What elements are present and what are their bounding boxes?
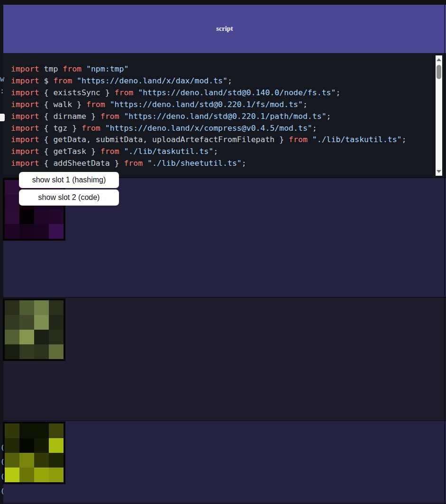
heatmap-cell: [49, 209, 64, 224]
heatmap-cell: [5, 330, 19, 344]
heatmap-cell: [34, 453, 49, 468]
page-top-edge: [0, 0, 446, 5]
left-edge-text-fragment: :: [0, 87, 4, 95]
heatmap-cell: [5, 300, 19, 315]
heatmap-cell: [5, 438, 19, 453]
heatmap-cell: [5, 423, 19, 438]
code-line: import { walk } from "https://deno.land/…: [11, 99, 406, 111]
heatmap-cell: [19, 315, 34, 330]
left-edge-text-fragment: w: [0, 75, 4, 83]
heatmap-cell: [19, 423, 34, 438]
heatmap-cell: [49, 315, 64, 330]
heatmap-cell: [34, 344, 49, 359]
code-line: import { addSheetData } from "./lib/shee…: [11, 158, 406, 170]
hashimg-preview-2: [3, 298, 65, 361]
heatmap-cell: [5, 344, 19, 359]
slot-section-3: [3, 421, 446, 504]
heatmap-cell: [34, 438, 49, 453]
scroll-up-button[interactable]: [436, 56, 442, 63]
heatmap-cell: [49, 468, 64, 482]
code-line: import { getTask } from "./lib/taskutil.…: [11, 146, 406, 158]
page-right-edge: [444, 5, 445, 504]
left-edge-text-fragment: (: [0, 444, 4, 451]
left-edge-text-fragment: (: [0, 473, 4, 480]
heatmap-cell: [5, 315, 19, 330]
heatmap-cell: [5, 453, 19, 468]
arrow-up-icon: [437, 58, 441, 61]
code-line: import { getData, submitData, uploadArte…: [11, 134, 406, 146]
page-title: script: [216, 25, 233, 33]
heatmap-cell: [34, 224, 49, 239]
scrollbar-thumb[interactable]: [437, 65, 441, 79]
heatmap-cell: [49, 438, 64, 453]
code-scrollbar[interactable]: [436, 55, 442, 176]
heatmap-cell: [49, 344, 64, 359]
code-line: import { tgz } from "https://deno.land/x…: [11, 123, 406, 135]
slot-section-2: [3, 298, 446, 420]
scroll-down-button[interactable]: [436, 168, 442, 175]
heatmap-cell: [49, 453, 64, 468]
heatmap-cell: [19, 209, 34, 224]
code-line: import { existsSync } from "https://deno…: [11, 87, 406, 99]
heatmap-cell: [19, 468, 34, 482]
heatmap-cell: [34, 468, 49, 482]
heatmap-cell: [34, 315, 49, 330]
code-line: import { dirname } from "https://deno.la…: [11, 111, 406, 123]
heatmap-cell: [49, 423, 64, 438]
heatmap-cell: [5, 180, 19, 195]
heatmap-cell: [19, 330, 34, 344]
heatmap-cell: [49, 224, 64, 239]
heatmap-cell: [34, 330, 49, 344]
code-lines: import tmp from "npm:tmp"import $ from "…: [11, 63, 406, 170]
heatmap-cell: [34, 209, 49, 224]
heatmap-cell: [5, 195, 19, 209]
heatmap-cell: [5, 468, 19, 482]
heatmap-cell: [5, 224, 19, 239]
left-edge-text-fragment: (: [0, 487, 4, 495]
heatmap-cell: [34, 423, 49, 438]
heatmap-cell: [19, 224, 34, 239]
heatmap-cell: [19, 453, 34, 468]
hashimg-preview-3: [3, 422, 65, 484]
left-edge-text-fragment: (: [0, 458, 4, 466]
heatmap-cell: [19, 438, 34, 453]
show-slot-1-button[interactable]: show slot 1 (hashimg): [19, 172, 119, 188]
script-section-header: script: [3, 5, 446, 53]
heatmap-cell: [19, 300, 34, 315]
heatmap-cell: [49, 300, 64, 315]
page: script import tmp from "npm:tmp"import $…: [0, 0, 446, 504]
heatmap-cell: [19, 344, 34, 359]
heatmap-cell: [34, 300, 49, 315]
heatmap-cell: [5, 209, 19, 224]
heatmap-cell: [49, 330, 64, 344]
code-line: import $ from "https://deno.land/x/dax/m…: [11, 75, 406, 87]
show-slot-2-button[interactable]: show slot 2 (code): [19, 189, 119, 206]
left-edge-button-fragment: [0, 114, 5, 121]
code-line: import tmp from "npm:tmp": [11, 63, 406, 75]
arrow-down-icon: [437, 170, 441, 173]
code-viewer: import tmp from "npm:tmp"import $ from "…: [3, 53, 446, 178]
